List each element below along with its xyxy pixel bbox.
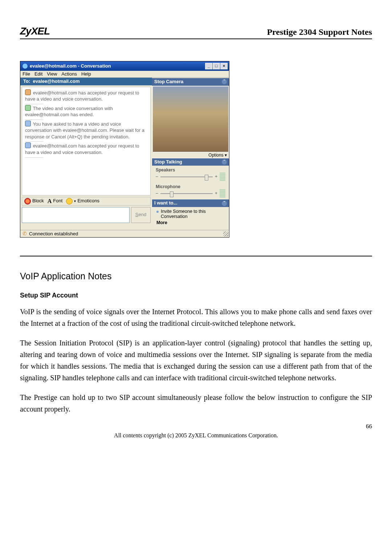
- close-button[interactable]: ×: [220, 63, 228, 69]
- connection-icon: ✆: [23, 231, 27, 236]
- volume-down-icon[interactable]: –: [156, 174, 158, 179]
- to-bar: To: evalee@hotmail.com: [20, 78, 152, 85]
- volume-up-icon[interactable]: +: [215, 191, 217, 196]
- maximize-button[interactable]: □: [213, 63, 220, 69]
- resize-grip[interactable]: [223, 231, 228, 236]
- volume-down-icon[interactable]: –: [156, 191, 158, 196]
- body-paragraph: The Session Initiation Protocol (SIP) is…: [20, 337, 372, 384]
- font-button[interactable]: A Font: [48, 198, 63, 204]
- section-heading-voip: VoIP Application Notes: [20, 271, 372, 281]
- section-divider: [20, 256, 372, 256]
- font-icon: A: [48, 198, 52, 204]
- body-paragraph: The Prestige can hold up to two SIP acco…: [20, 392, 372, 415]
- block-button[interactable]: Block: [24, 198, 44, 204]
- brand-logo: ZyXEL: [20, 25, 50, 37]
- bullet-icon: [156, 211, 159, 213]
- emoticons-button[interactable]: ▾ Emoticons: [66, 198, 99, 204]
- menu-view[interactable]: View: [47, 72, 57, 77]
- invite-label: Invite Someone to this Conversation: [161, 209, 225, 219]
- accept-icon: [25, 89, 31, 95]
- collapse-icon: ˆ: [222, 79, 227, 84]
- page-header: ZyXEL Prestige 2304 Support Notes: [20, 25, 372, 39]
- video-options-button[interactable]: Options ▾: [152, 153, 229, 158]
- dropdown-arrow-icon: ▾: [74, 199, 76, 203]
- to-label: To:: [23, 78, 30, 84]
- msn-icon: [23, 64, 28, 69]
- menubar: File Edit View Actions Help: [20, 71, 229, 77]
- statusbar: ✆ Connection established: [20, 230, 229, 237]
- log-line: evalee@hotmail.com has accepted your req…: [25, 90, 139, 102]
- accept-icon: [25, 142, 31, 148]
- body-paragraph: VoIP is the sending of voice signals ove…: [20, 306, 372, 329]
- status-text: Connection established: [29, 231, 78, 236]
- stop-talking-header[interactable]: Stop Talking ˆ: [152, 158, 229, 166]
- log-line: The video and voice conversation with ev…: [25, 106, 113, 118]
- log-line: You have asked to have a video and voice…: [25, 121, 144, 139]
- microphone-label: Microphone: [156, 185, 225, 189]
- invite-someone-link[interactable]: Invite Someone to this Conversation: [156, 209, 225, 219]
- more-label: More: [156, 220, 167, 226]
- volume-up-icon[interactable]: +: [215, 174, 217, 179]
- video-preview: [152, 86, 229, 152]
- window-title: evalee@hotmail.com - Conversation: [30, 64, 205, 69]
- menu-help[interactable]: Help: [81, 72, 91, 77]
- conversation-log[interactable]: evalee@hotmail.com has accepted your req…: [22, 87, 151, 195]
- mic-slider[interactable]: [160, 193, 213, 194]
- block-icon: [24, 198, 31, 204]
- menu-edit[interactable]: Edit: [34, 72, 42, 77]
- document-title: Prestige 2304 Support Notes: [267, 27, 372, 37]
- window-titlebar: evalee@hotmail.com - Conversation _ □ ×: [20, 61, 229, 71]
- to-value: evalee@hotmail.com: [33, 78, 79, 84]
- i-want-to-label: I want to...: [154, 200, 177, 206]
- i-want-to-header[interactable]: I want to... ˆ: [152, 199, 229, 207]
- speaker-meter: [220, 173, 225, 181]
- section-subheading-sip: Setup SIP Account: [20, 292, 372, 299]
- send-button[interactable]: Send: [131, 207, 151, 223]
- collapse-icon: ˆ: [222, 201, 227, 206]
- minimize-button[interactable]: _: [205, 63, 212, 69]
- page-number: 66: [20, 423, 372, 430]
- speaker-slider[interactable]: [160, 177, 213, 177]
- message-input[interactable]: [22, 207, 130, 223]
- invite-icon: [25, 121, 31, 126]
- speakers-label: Speakers: [156, 168, 225, 173]
- block-label: Block: [32, 198, 44, 203]
- msn-conversation-window: evalee@hotmail.com - Conversation _ □ × …: [20, 61, 229, 238]
- emoticons-label: Emoticons: [77, 198, 99, 203]
- menu-file[interactable]: File: [23, 72, 30, 77]
- stop-talking-label: Stop Talking: [154, 159, 182, 165]
- stop-camera-label: Stop Camera: [154, 79, 183, 84]
- more-link[interactable]: More: [156, 220, 225, 226]
- copyright-footer: All contents copyright (c) 2005 ZyXEL Co…: [20, 432, 372, 439]
- collapse-icon: ˆ: [222, 159, 227, 165]
- log-line: evalee@hotmail.com has accepted your req…: [25, 143, 139, 155]
- ended-icon: [25, 105, 31, 111]
- menu-actions[interactable]: Actions: [61, 72, 77, 77]
- smiley-icon: [66, 198, 73, 204]
- mic-meter: [220, 189, 225, 198]
- format-bar: Block A Font ▾ Emoticons: [22, 197, 151, 206]
- stop-camera-header[interactable]: Stop Camera ˆ: [152, 78, 229, 85]
- font-label: Font: [53, 198, 62, 203]
